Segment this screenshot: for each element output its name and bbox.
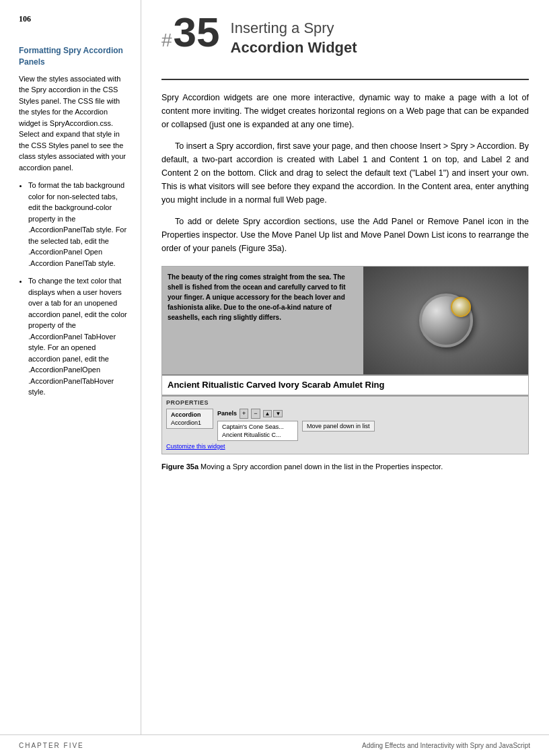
customize-widget-link[interactable]: Customize this widget <box>166 443 524 450</box>
footer-page-text: Adding Effects and Interactivity with Sp… <box>362 742 530 749</box>
figure-container: The beauty of the ring comes straight fr… <box>161 266 529 454</box>
move-up-button[interactable]: ▲ <box>263 410 272 417</box>
header-divider <box>161 79 529 80</box>
chapter-title-line2: Accordion Widget <box>231 38 357 58</box>
footer-chapter-label: CHAPTER FIVE <box>19 742 84 749</box>
prop-panels-header: Panels + − ▲ ▼ <box>217 409 524 419</box>
sidebar: 106 Formatting Spry Accordion Panels Vie… <box>0 0 141 734</box>
product-title-bar: Ancient Ritualistic Carved Ivory Scarab … <box>162 374 528 395</box>
hash-symbol: # <box>161 31 172 50</box>
figure-caption-bold: Figure 35a <box>161 462 198 471</box>
scarab-gem <box>451 297 471 317</box>
main-content: # 35 Inserting a Spry Accordion Widget S… <box>141 0 549 734</box>
properties-row: Accordion Accordion1 Panels + − <box>166 409 524 441</box>
body-paragraph-3: To add or delete Spry accordion sections… <box>161 215 529 255</box>
footer: CHAPTER FIVE Adding Effects and Interact… <box>0 734 549 756</box>
chapter-header: # 35 Inserting a Spry Accordion Widget <box>161 13 529 64</box>
ring-image <box>363 267 528 374</box>
page-container: 106 Formatting Spry Accordion Panels Vie… <box>0 0 549 756</box>
sidebar-intro: View the styles associated with the Spry… <box>19 73 129 174</box>
sidebar-bullet-2: To change the text color that displays w… <box>28 275 129 398</box>
properties-label: PROPERTIES <box>166 399 524 406</box>
body-paragraph-2: To insert a Spry accordion, first save y… <box>161 139 529 207</box>
add-panel-button[interactable]: + <box>240 409 248 419</box>
screenshot-right-image <box>363 267 528 374</box>
prop-panels-area: Panels + − ▲ ▼ <box>217 409 524 441</box>
ring-visual <box>416 290 476 351</box>
move-down-button[interactable]: ▼ <box>273 410 283 417</box>
panels-list-row: Captain's Cone Seas... Ancient Ritualist… <box>217 421 524 441</box>
figure-caption: Figure 35a Moving a Spry accordion panel… <box>161 461 529 473</box>
panel-item-1[interactable]: Captain's Cone Seas... <box>221 423 295 431</box>
figure-caption-text: Moving a Spry accordion panel down in th… <box>198 462 443 471</box>
screenshot-sim: The beauty of the ring comes straight fr… <box>162 267 528 454</box>
remove-panel-button[interactable]: − <box>251 409 260 419</box>
content-area: 106 Formatting Spry Accordion Panels Vie… <box>0 0 549 734</box>
properties-panel: PROPERTIES Accordion Accordion1 <box>162 395 528 454</box>
chapter-title-line1: Inserting a Spry <box>231 19 357 38</box>
chapter-title-block: Inserting a Spry Accordion Widget <box>231 13 357 57</box>
prop-accordion-name: Accordion1 <box>171 419 209 426</box>
prop-panels-label: Panels <box>217 410 237 417</box>
prop-arrows: ▲ ▼ <box>263 410 283 417</box>
sidebar-bullet-1: To format the tab background color for n… <box>28 180 129 269</box>
screenshot-content: The beauty of the ring comes straight fr… <box>162 267 528 374</box>
chapter-number-block: # 35 <box>161 13 220 51</box>
body-paragraph-1: Spry Accordion widgets are one more inte… <box>161 91 529 131</box>
sidebar-bullet-list: To format the tab background color for n… <box>19 180 129 398</box>
screenshot-left-text: The beauty of the ring comes straight fr… <box>162 267 363 374</box>
prop-accordion-box: Accordion Accordion1 <box>166 409 213 429</box>
prop-panel-list: Captain's Cone Seas... Ancient Ritualist… <box>217 421 298 441</box>
chapter-number: 35 <box>174 13 220 51</box>
page-number: 106 <box>19 13 129 25</box>
product-title-text: Ancient Ritualistic Carved Ivory Scarab … <box>168 380 384 390</box>
figure-inner: The beauty of the ring comes straight fr… <box>162 267 528 454</box>
sidebar-heading: Formatting Spry Accordion Panels <box>19 45 129 68</box>
panel-item-2[interactable]: Ancient Ritualistic C... <box>221 431 295 439</box>
move-panel-down-button[interactable]: Move panel down in list <box>302 421 375 432</box>
prop-accordion-title: Accordion <box>171 411 209 418</box>
